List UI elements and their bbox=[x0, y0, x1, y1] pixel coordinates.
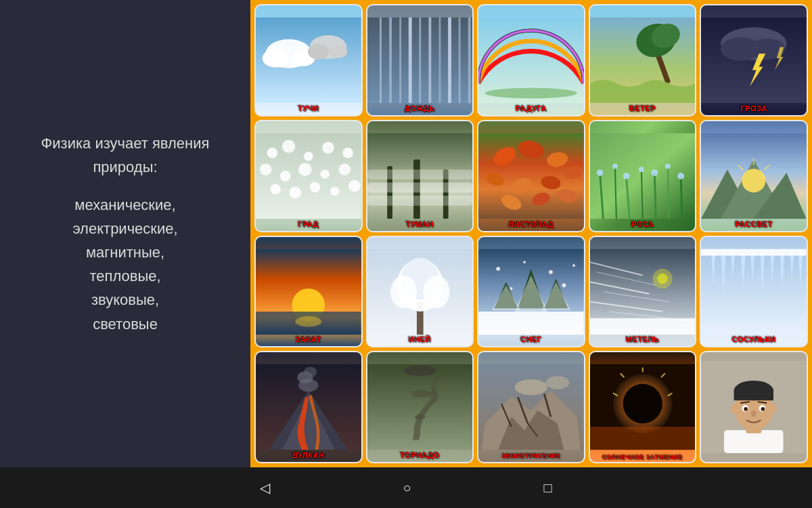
svg-line-69 bbox=[654, 173, 656, 219]
physics-list: механические, электрические, магнитные, … bbox=[14, 193, 237, 336]
person-svg bbox=[701, 352, 807, 462]
svg-rect-166 bbox=[734, 391, 773, 401]
card-rosa[interactable]: РОСА bbox=[589, 120, 697, 232]
svg-point-42 bbox=[290, 186, 302, 198]
card-tornado[interactable]: ТОРНАДО bbox=[366, 351, 474, 463]
svg-point-138 bbox=[304, 367, 317, 378]
card-groza[interactable]: ГРОЗА bbox=[700, 4, 808, 117]
card-metel[interactable]: МЕТЕЛЬ bbox=[589, 236, 697, 348]
card-row-4: ВУЛКАН ТОРНАДО bbox=[254, 351, 808, 463]
label-tornado: ТОРНАДО bbox=[367, 451, 473, 459]
svg-rect-162 bbox=[724, 430, 784, 453]
card-zemletryasenie[interactable]: ЗЕМЛЕТРЯСЕНИЕ bbox=[477, 351, 585, 463]
svg-point-175 bbox=[770, 404, 777, 414]
svg-point-140 bbox=[403, 366, 436, 377]
physics-title: Физика изучает явления природы: bbox=[14, 131, 237, 179]
svg-rect-104 bbox=[478, 312, 584, 335]
label-vulkan: ВУЛКАН bbox=[256, 451, 361, 459]
label-rosa: РОСА bbox=[590, 220, 696, 228]
svg-line-71 bbox=[681, 176, 682, 219]
card-tuchy[interactable]: ТУЧИ bbox=[254, 4, 363, 117]
svg-point-5 bbox=[308, 44, 329, 60]
svg-point-170 bbox=[761, 407, 765, 411]
svg-point-120 bbox=[657, 273, 668, 284]
svg-point-43 bbox=[310, 182, 321, 192]
label-rassvet: РАССВЕТ bbox=[701, 220, 807, 228]
svg-point-33 bbox=[304, 152, 313, 161]
home-button[interactable]: ○ bbox=[397, 475, 416, 501]
svg-point-34 bbox=[322, 142, 334, 154]
card-raduga[interactable]: РАДУГА bbox=[477, 4, 585, 117]
card-listopad[interactable]: ЛИСТОПАД bbox=[477, 120, 585, 232]
svg-point-40 bbox=[339, 163, 351, 175]
svg-point-19 bbox=[485, 88, 577, 99]
svg-point-44 bbox=[330, 186, 340, 196]
label-iney: ИНЕЙ bbox=[367, 335, 473, 343]
card-sosulki[interactable]: СОСУЛЬКИ bbox=[700, 236, 808, 348]
back-button[interactable]: ◁ bbox=[254, 474, 275, 501]
svg-point-31 bbox=[267, 148, 278, 158]
svg-point-39 bbox=[320, 169, 330, 179]
card-sneg[interactable]: СНЕГ bbox=[477, 236, 585, 348]
card-veter[interactable]: ВЕТЕР bbox=[589, 4, 697, 117]
recent-button[interactable]: □ bbox=[539, 475, 558, 501]
svg-rect-160 bbox=[590, 427, 696, 450]
svg-rect-118 bbox=[590, 318, 696, 334]
svg-point-2 bbox=[263, 49, 289, 67]
left-text: Физика изучает явления природы: механиче… bbox=[14, 131, 237, 336]
card-rassvet[interactable]: РАССВЕТ bbox=[700, 120, 808, 232]
svg-point-75 bbox=[639, 167, 644, 172]
svg-point-169 bbox=[744, 407, 748, 411]
left-panel: Физика изучает явления природы: механиче… bbox=[0, 0, 250, 467]
svg-point-96 bbox=[423, 275, 449, 308]
svg-point-45 bbox=[348, 179, 361, 192]
svg-point-77 bbox=[665, 163, 671, 169]
label-tuchy: ТУЧИ bbox=[256, 104, 361, 112]
svg-point-32 bbox=[282, 140, 295, 152]
svg-rect-132 bbox=[701, 249, 807, 255]
svg-point-90 bbox=[295, 316, 321, 326]
card-dozhd[interactable]: ДОЖДЬ bbox=[366, 4, 474, 117]
card-grad[interactable]: ГРАД bbox=[254, 120, 363, 232]
svg-point-72 bbox=[597, 169, 604, 176]
card-row-2: ГРАД ТУМАН bbox=[254, 120, 808, 232]
label-groza: ГРОЗА bbox=[701, 104, 807, 112]
label-tuman: ТУМАН bbox=[367, 220, 473, 228]
card-eclipse[interactable]: СОЛНЕЧНОЕ ЗАТМЕНИЕ bbox=[589, 351, 697, 463]
svg-rect-51 bbox=[367, 182, 473, 192]
svg-point-109 bbox=[510, 287, 513, 290]
label-dozhd: ДОЖДЬ bbox=[367, 104, 473, 112]
svg-point-141 bbox=[411, 390, 431, 398]
label-zakat: ЗАКАТ bbox=[256, 335, 361, 343]
label-grad: ГРАД bbox=[256, 220, 361, 228]
svg-point-36 bbox=[260, 163, 272, 175]
right-panel: ТУЧИ ДОЖДЬ bbox=[250, 0, 812, 467]
svg-point-105 bbox=[496, 266, 500, 270]
svg-point-95 bbox=[390, 275, 417, 308]
svg-point-106 bbox=[523, 261, 526, 263]
svg-point-110 bbox=[562, 283, 566, 287]
svg-rect-52 bbox=[367, 196, 473, 206]
svg-point-173 bbox=[751, 410, 757, 417]
android-nav-bar: ◁ ○ □ bbox=[0, 467, 812, 508]
svg-rect-30 bbox=[256, 133, 361, 218]
label-veter: ВЕТЕР bbox=[590, 104, 696, 112]
card-zakat[interactable]: ЗАКАТ bbox=[254, 236, 363, 348]
svg-point-35 bbox=[342, 148, 353, 158]
svg-point-83 bbox=[742, 169, 766, 192]
card-row-1: ТУЧИ ДОЖДЬ bbox=[254, 4, 808, 117]
svg-point-37 bbox=[280, 171, 291, 182]
label-sneg: СНЕГ bbox=[478, 335, 584, 343]
svg-point-38 bbox=[298, 163, 311, 175]
label-zemletryasenie: ЗЕМЛЕТРЯСЕНИЕ bbox=[478, 452, 584, 459]
svg-rect-139 bbox=[367, 364, 473, 450]
card-person bbox=[700, 351, 808, 463]
svg-point-154 bbox=[623, 384, 662, 423]
card-tuman[interactable]: ТУМАН bbox=[366, 120, 474, 232]
svg-point-150 bbox=[515, 379, 548, 395]
card-vulkan[interactable]: ВУЛКАН bbox=[254, 351, 363, 463]
label-listopad: ЛИСТОПАД bbox=[478, 220, 584, 228]
card-iney[interactable]: ИНЕЙ bbox=[366, 236, 474, 348]
card-row-3: ЗАКАТ ИНЕЙ bbox=[254, 236, 808, 348]
svg-point-73 bbox=[612, 163, 618, 169]
